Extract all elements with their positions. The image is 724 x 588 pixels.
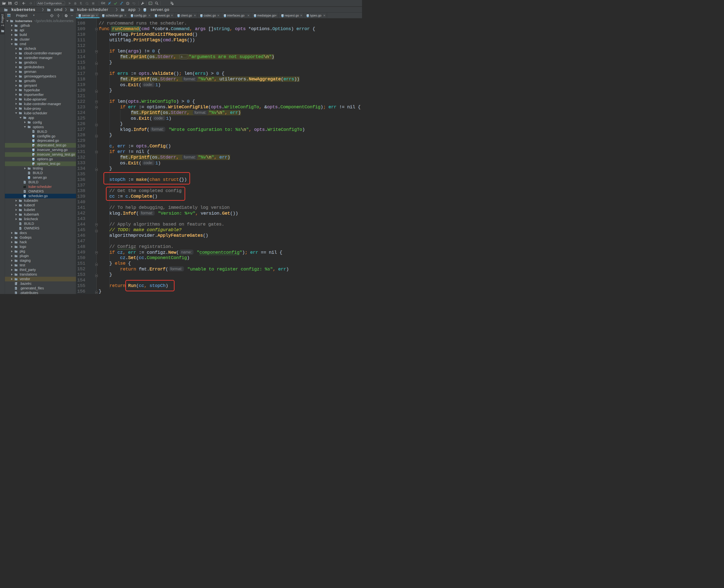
svg-text:v: v (16, 279, 17, 281)
